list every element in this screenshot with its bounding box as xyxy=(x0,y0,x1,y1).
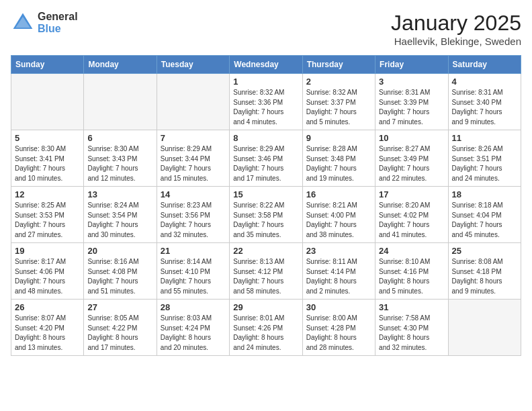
calendar-cell: 1Sunrise: 8:32 AM Sunset: 3:36 PM Daylig… xyxy=(230,74,302,130)
day-info: Sunrise: 8:17 AM Sunset: 4:06 PM Dayligh… xyxy=(15,257,80,296)
day-number: 25 xyxy=(452,246,517,256)
day-info: Sunrise: 8:30 AM Sunset: 3:43 PM Dayligh… xyxy=(87,144,152,183)
day-info: Sunrise: 8:26 AM Sunset: 3:51 PM Dayligh… xyxy=(452,144,517,183)
calendar-cell: 28Sunrise: 8:03 AM Sunset: 4:24 PM Dayli… xyxy=(157,300,229,356)
day-number: 30 xyxy=(306,302,371,312)
logo-text: General Blue xyxy=(38,11,78,34)
location: Haellevik, Blekinge, Sweden xyxy=(391,36,521,47)
day-number: 22 xyxy=(233,246,298,256)
day-info: Sunrise: 8:01 AM Sunset: 4:26 PM Dayligh… xyxy=(233,314,298,353)
day-number: 15 xyxy=(233,189,298,199)
calendar-cell: 8Sunrise: 8:29 AM Sunset: 3:46 PM Daylig… xyxy=(230,130,302,187)
day-number: 9 xyxy=(306,133,371,143)
calendar-cell: 27Sunrise: 8:05 AM Sunset: 4:22 PM Dayli… xyxy=(84,300,157,356)
day-number: 27 xyxy=(87,302,152,312)
day-info: Sunrise: 8:00 AM Sunset: 4:28 PM Dayligh… xyxy=(306,314,371,353)
calendar-cell: 12Sunrise: 8:25 AM Sunset: 3:53 PM Dayli… xyxy=(11,187,84,243)
calendar-cell: 4Sunrise: 8:31 AM Sunset: 3:40 PM Daylig… xyxy=(448,74,521,130)
day-number: 14 xyxy=(161,189,226,199)
day-info: Sunrise: 8:29 AM Sunset: 3:44 PM Dayligh… xyxy=(161,144,226,183)
day-info: Sunrise: 8:32 AM Sunset: 3:37 PM Dayligh… xyxy=(306,88,371,127)
day-number: 8 xyxy=(233,133,298,143)
day-info: Sunrise: 8:16 AM Sunset: 4:08 PM Dayligh… xyxy=(87,257,152,296)
day-number: 17 xyxy=(379,189,444,199)
calendar-week-row: 1Sunrise: 8:32 AM Sunset: 3:36 PM Daylig… xyxy=(11,74,521,130)
weekday-header-tuesday: Tuesday xyxy=(157,56,229,74)
calendar-cell: 29Sunrise: 8:01 AM Sunset: 4:26 PM Dayli… xyxy=(230,300,302,356)
day-number: 31 xyxy=(379,302,444,312)
day-info: Sunrise: 8:24 AM Sunset: 3:54 PM Dayligh… xyxy=(87,201,152,240)
day-number: 6 xyxy=(87,133,152,143)
calendar-week-row: 19Sunrise: 8:17 AM Sunset: 4:06 PM Dayli… xyxy=(11,243,521,300)
calendar-cell: 9Sunrise: 8:28 AM Sunset: 3:48 PM Daylig… xyxy=(302,130,375,187)
calendar-cell: 3Sunrise: 8:31 AM Sunset: 3:39 PM Daylig… xyxy=(375,74,448,130)
calendar-cell: 2Sunrise: 8:32 AM Sunset: 3:37 PM Daylig… xyxy=(302,74,375,130)
calendar-cell: 31Sunrise: 7:58 AM Sunset: 4:30 PM Dayli… xyxy=(375,300,448,356)
month-title: January 2025 xyxy=(391,11,521,36)
day-info: Sunrise: 8:28 AM Sunset: 3:48 PM Dayligh… xyxy=(306,144,371,183)
day-info: Sunrise: 8:25 AM Sunset: 3:53 PM Dayligh… xyxy=(15,201,80,240)
calendar-cell: 22Sunrise: 8:13 AM Sunset: 4:12 PM Dayli… xyxy=(230,243,302,300)
day-number: 29 xyxy=(233,302,298,312)
day-number: 26 xyxy=(15,302,80,312)
weekday-header-monday: Monday xyxy=(84,56,157,74)
day-number: 12 xyxy=(15,189,80,199)
day-info: Sunrise: 8:31 AM Sunset: 3:39 PM Dayligh… xyxy=(379,88,444,127)
day-info: Sunrise: 7:58 AM Sunset: 4:30 PM Dayligh… xyxy=(379,314,444,353)
calendar-cell: 23Sunrise: 8:11 AM Sunset: 4:14 PM Dayli… xyxy=(302,243,375,300)
calendar-cell xyxy=(11,74,84,130)
day-info: Sunrise: 8:05 AM Sunset: 4:22 PM Dayligh… xyxy=(87,314,152,353)
logo: General Blue xyxy=(11,11,78,35)
calendar-cell: 13Sunrise: 8:24 AM Sunset: 3:54 PM Dayli… xyxy=(84,187,157,243)
calendar-cell: 14Sunrise: 8:23 AM Sunset: 3:56 PM Dayli… xyxy=(157,187,229,243)
calendar-cell: 25Sunrise: 8:08 AM Sunset: 4:18 PM Dayli… xyxy=(448,243,521,300)
weekday-header-friday: Friday xyxy=(375,56,448,74)
calendar-cell xyxy=(448,300,521,356)
weekday-header-sunday: Sunday xyxy=(11,56,84,74)
day-info: Sunrise: 8:11 AM Sunset: 4:14 PM Dayligh… xyxy=(306,257,371,296)
calendar-cell: 26Sunrise: 8:07 AM Sunset: 4:20 PM Dayli… xyxy=(11,300,84,356)
day-number: 21 xyxy=(161,246,226,256)
day-info: Sunrise: 8:03 AM Sunset: 4:24 PM Dayligh… xyxy=(161,314,226,353)
day-number: 4 xyxy=(452,77,517,87)
day-info: Sunrise: 8:07 AM Sunset: 4:20 PM Dayligh… xyxy=(15,314,80,353)
day-number: 23 xyxy=(306,246,371,256)
calendar-week-row: 5Sunrise: 8:30 AM Sunset: 3:41 PM Daylig… xyxy=(11,130,521,187)
day-number: 3 xyxy=(379,77,444,87)
day-number: 18 xyxy=(452,189,517,199)
weekday-header-wednesday: Wednesday xyxy=(230,56,302,74)
calendar-table: SundayMondayTuesdayWednesdayThursdayFrid… xyxy=(11,55,521,356)
calendar-cell: 10Sunrise: 8:27 AM Sunset: 3:49 PM Dayli… xyxy=(375,130,448,187)
day-number: 16 xyxy=(306,189,371,199)
calendar-cell: 24Sunrise: 8:10 AM Sunset: 4:16 PM Dayli… xyxy=(375,243,448,300)
day-number: 7 xyxy=(161,133,226,143)
day-info: Sunrise: 8:30 AM Sunset: 3:41 PM Dayligh… xyxy=(15,144,80,183)
calendar-week-row: 26Sunrise: 8:07 AM Sunset: 4:20 PM Dayli… xyxy=(11,300,521,356)
day-number: 2 xyxy=(306,77,371,87)
weekday-header-thursday: Thursday xyxy=(302,56,375,74)
day-info: Sunrise: 8:23 AM Sunset: 3:56 PM Dayligh… xyxy=(161,201,226,240)
day-number: 24 xyxy=(379,246,444,256)
calendar-week-row: 12Sunrise: 8:25 AM Sunset: 3:53 PM Dayli… xyxy=(11,187,521,243)
day-number: 5 xyxy=(15,133,80,143)
day-number: 19 xyxy=(15,246,80,256)
day-info: Sunrise: 8:10 AM Sunset: 4:16 PM Dayligh… xyxy=(379,257,444,296)
day-info: Sunrise: 8:13 AM Sunset: 4:12 PM Dayligh… xyxy=(233,257,298,296)
logo-icon xyxy=(11,11,35,35)
day-info: Sunrise: 8:08 AM Sunset: 4:18 PM Dayligh… xyxy=(452,257,517,296)
day-info: Sunrise: 8:18 AM Sunset: 4:04 PM Dayligh… xyxy=(452,201,517,240)
day-info: Sunrise: 8:20 AM Sunset: 4:02 PM Dayligh… xyxy=(379,201,444,240)
calendar-cell xyxy=(84,74,157,130)
calendar-cell: 11Sunrise: 8:26 AM Sunset: 3:51 PM Dayli… xyxy=(448,130,521,187)
logo-general: General xyxy=(38,11,78,23)
calendar-cell: 7Sunrise: 8:29 AM Sunset: 3:44 PM Daylig… xyxy=(157,130,229,187)
calendar-cell: 21Sunrise: 8:14 AM Sunset: 4:10 PM Dayli… xyxy=(157,243,229,300)
day-info: Sunrise: 8:31 AM Sunset: 3:40 PM Dayligh… xyxy=(452,88,517,127)
calendar-cell: 16Sunrise: 8:21 AM Sunset: 4:00 PM Dayli… xyxy=(302,187,375,243)
weekday-header-row: SundayMondayTuesdayWednesdayThursdayFrid… xyxy=(11,56,521,74)
day-number: 28 xyxy=(161,302,226,312)
calendar-cell xyxy=(157,74,229,130)
weekday-header-saturday: Saturday xyxy=(448,56,521,74)
day-info: Sunrise: 8:27 AM Sunset: 3:49 PM Dayligh… xyxy=(379,144,444,183)
page-header: General Blue January 2025 Haellevik, Ble… xyxy=(11,11,521,47)
